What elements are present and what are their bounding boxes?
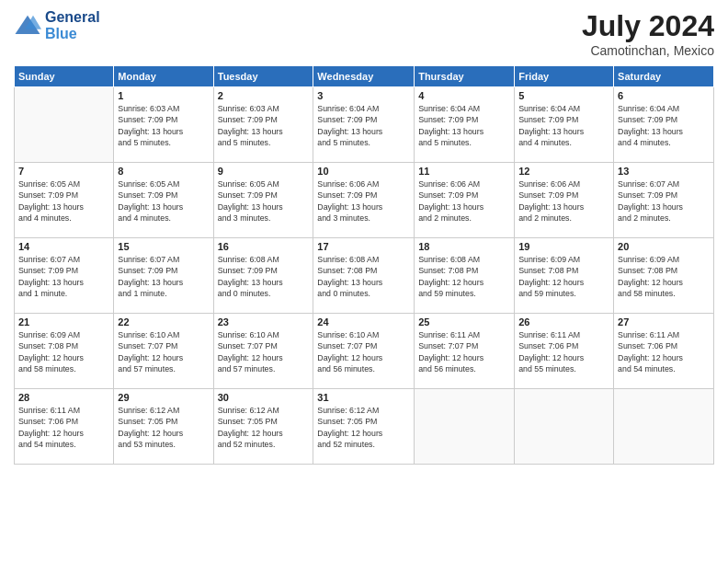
calendar-day-cell: 27Sunrise: 6:11 AMSunset: 7:06 PMDayligh… [614,314,714,389]
calendar-day-cell: 11Sunrise: 6:06 AMSunset: 7:09 PMDayligh… [415,163,515,238]
calendar-day-cell: 18Sunrise: 6:08 AMSunset: 7:08 PMDayligh… [415,238,515,314]
page-container: General Blue July 2024 Camotinchan, Mexi… [0,0,728,474]
day-info: Sunrise: 6:03 AMSunset: 7:09 PMDaylight:… [218,103,310,148]
day-number: 1 [118,90,209,101]
calendar-day-cell [515,389,614,465]
month-year: July 2024 [582,9,714,43]
day-number: 18 [418,241,510,252]
day-number: 12 [518,166,609,177]
day-info: Sunrise: 6:10 AMSunset: 7:07 PMDaylight:… [118,329,209,374]
calendar-day-cell: 16Sunrise: 6:08 AMSunset: 7:09 PMDayligh… [213,238,313,314]
calendar-day-cell: 7Sunrise: 6:05 AMSunset: 7:09 PMDaylight… [15,163,114,238]
day-info: Sunrise: 6:10 AMSunset: 7:07 PMDaylight:… [317,329,410,374]
day-number: 19 [518,241,609,252]
calendar-day-cell: 17Sunrise: 6:08 AMSunset: 7:08 PMDayligh… [313,238,415,314]
day-number: 5 [518,90,609,101]
day-info: Sunrise: 6:11 AMSunset: 7:06 PMDaylight:… [618,329,710,374]
day-number: 21 [18,316,109,327]
day-number: 11 [418,166,510,177]
day-info: Sunrise: 6:08 AMSunset: 7:08 PMDaylight:… [418,254,510,299]
calendar-header-row: SundayMondayTuesdayWednesdayThursdayFrid… [15,66,714,87]
day-number: 17 [317,241,410,252]
day-info: Sunrise: 6:12 AMSunset: 7:05 PMDaylight:… [218,405,310,450]
calendar-day-cell: 13Sunrise: 6:07 AMSunset: 7:09 PMDayligh… [614,163,714,238]
day-number: 3 [317,90,410,101]
calendar-day-cell: 9Sunrise: 6:05 AMSunset: 7:09 PMDaylight… [213,163,313,238]
day-info: Sunrise: 6:11 AMSunset: 7:06 PMDaylight:… [518,329,609,374]
calendar-day-cell: 19Sunrise: 6:09 AMSunset: 7:08 PMDayligh… [515,238,614,314]
day-info: Sunrise: 6:10 AMSunset: 7:07 PMDaylight:… [218,329,310,374]
day-number: 28 [18,392,109,403]
location: Camotinchan, Mexico [582,43,714,58]
calendar-day-cell: 1Sunrise: 6:03 AMSunset: 7:09 PMDaylight… [114,87,213,163]
day-number: 31 [317,392,410,403]
calendar-day-header: Thursday [415,66,515,87]
day-info: Sunrise: 6:12 AMSunset: 7:05 PMDaylight:… [118,405,209,450]
day-info: Sunrise: 6:07 AMSunset: 7:09 PMDaylight:… [118,254,209,299]
day-info: Sunrise: 6:09 AMSunset: 7:08 PMDaylight:… [518,254,609,299]
day-number: 8 [118,166,209,177]
calendar-week-row: 7Sunrise: 6:05 AMSunset: 7:09 PMDaylight… [15,163,714,238]
calendar-day-cell: 20Sunrise: 6:09 AMSunset: 7:08 PMDayligh… [614,238,714,314]
day-info: Sunrise: 6:11 AMSunset: 7:07 PMDaylight:… [418,329,510,374]
calendar-day-header: Wednesday [313,66,415,87]
day-info: Sunrise: 6:12 AMSunset: 7:05 PMDaylight:… [317,405,410,450]
calendar-day-cell: 26Sunrise: 6:11 AMSunset: 7:06 PMDayligh… [515,314,614,389]
logo-icon [14,12,41,40]
calendar-day-header: Friday [515,66,614,87]
calendar-day-cell: 15Sunrise: 6:07 AMSunset: 7:09 PMDayligh… [114,238,213,314]
day-info: Sunrise: 6:04 AMSunset: 7:09 PMDaylight:… [418,103,510,148]
calendar-week-row: 28Sunrise: 6:11 AMSunset: 7:06 PMDayligh… [15,389,714,465]
calendar-day-header: Saturday [614,66,714,87]
calendar-day-header: Tuesday [213,66,313,87]
day-number: 26 [518,316,609,327]
day-number: 2 [218,90,310,101]
day-number: 23 [218,316,310,327]
day-info: Sunrise: 6:08 AMSunset: 7:09 PMDaylight:… [218,254,310,299]
calendar-day-cell: 4Sunrise: 6:04 AMSunset: 7:09 PMDaylight… [415,87,515,163]
calendar-day-cell: 10Sunrise: 6:06 AMSunset: 7:09 PMDayligh… [313,163,415,238]
calendar-day-cell [15,87,114,163]
day-info: Sunrise: 6:03 AMSunset: 7:09 PMDaylight:… [118,103,209,148]
day-info: Sunrise: 6:05 AMSunset: 7:09 PMDaylight:… [218,178,310,224]
calendar-day-cell: 29Sunrise: 6:12 AMSunset: 7:05 PMDayligh… [114,389,213,465]
calendar-day-cell: 22Sunrise: 6:10 AMSunset: 7:07 PMDayligh… [114,314,213,389]
day-number: 14 [18,241,109,252]
calendar-table: SundayMondayTuesdayWednesdayThursdayFrid… [14,65,714,465]
day-number: 29 [118,392,209,403]
day-info: Sunrise: 6:09 AMSunset: 7:08 PMDaylight:… [618,254,710,299]
day-number: 27 [618,316,710,327]
calendar-day-cell: 28Sunrise: 6:11 AMSunset: 7:06 PMDayligh… [15,389,114,465]
calendar-week-row: 14Sunrise: 6:07 AMSunset: 7:09 PMDayligh… [15,238,714,314]
day-number: 6 [618,90,710,101]
day-number: 30 [218,392,310,403]
calendar-week-row: 21Sunrise: 6:09 AMSunset: 7:08 PMDayligh… [15,314,714,389]
day-number: 10 [317,166,410,177]
day-info: Sunrise: 6:06 AMSunset: 7:09 PMDaylight:… [418,178,510,224]
calendar-day-cell: 2Sunrise: 6:03 AMSunset: 7:09 PMDaylight… [213,87,313,163]
day-number: 15 [118,241,209,252]
day-info: Sunrise: 6:04 AMSunset: 7:09 PMDaylight:… [618,103,710,148]
calendar-day-cell: 3Sunrise: 6:04 AMSunset: 7:09 PMDaylight… [313,87,415,163]
day-info: Sunrise: 6:07 AMSunset: 7:09 PMDaylight:… [618,178,710,224]
logo-text-line1: General [45,9,100,26]
day-info: Sunrise: 6:04 AMSunset: 7:09 PMDaylight:… [518,103,609,148]
title-block: July 2024 Camotinchan, Mexico [582,9,714,58]
calendar-day-cell: 31Sunrise: 6:12 AMSunset: 7:05 PMDayligh… [313,389,415,465]
day-info: Sunrise: 6:05 AMSunset: 7:09 PMDaylight:… [118,178,209,224]
calendar-day-cell: 30Sunrise: 6:12 AMSunset: 7:05 PMDayligh… [213,389,313,465]
calendar-day-cell [415,389,515,465]
day-info: Sunrise: 6:07 AMSunset: 7:09 PMDaylight:… [18,254,109,299]
calendar-day-cell: 12Sunrise: 6:06 AMSunset: 7:09 PMDayligh… [515,163,614,238]
day-number: 24 [317,316,410,327]
day-number: 13 [618,166,710,177]
day-number: 22 [118,316,209,327]
logo-text-line2: Blue [45,26,100,42]
calendar-day-cell: 21Sunrise: 6:09 AMSunset: 7:08 PMDayligh… [15,314,114,389]
day-info: Sunrise: 6:06 AMSunset: 7:09 PMDaylight:… [317,178,410,224]
calendar-day-cell: 5Sunrise: 6:04 AMSunset: 7:09 PMDaylight… [515,87,614,163]
day-number: 7 [18,166,109,177]
calendar-day-cell: 23Sunrise: 6:10 AMSunset: 7:07 PMDayligh… [213,314,313,389]
calendar-day-cell: 24Sunrise: 6:10 AMSunset: 7:07 PMDayligh… [313,314,415,389]
calendar-day-cell: 8Sunrise: 6:05 AMSunset: 7:09 PMDaylight… [114,163,213,238]
